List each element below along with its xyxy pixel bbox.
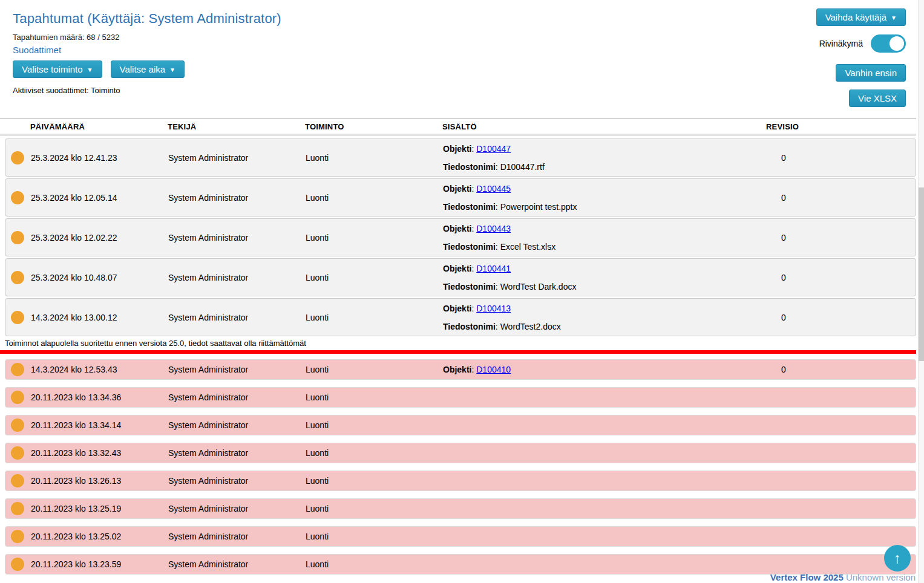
object-line: Objekti: D100447 <box>443 144 767 154</box>
active-filters-label: Aktiiviset suodattimet: Toiminto <box>13 86 924 95</box>
table-row[interactable]: 20.11.2023 klo 13.26.13 System Administr… <box>5 471 916 491</box>
header-action: TOIMINTO <box>305 122 442 131</box>
status-dot-icon <box>11 419 24 432</box>
row-content: Objekti: D100445 Tiedostonimi: Powerpoin… <box>443 184 767 212</box>
row-actor: System Administrator <box>168 365 306 374</box>
change-user-label: Vaihda käyttäjä <box>825 12 886 22</box>
row-revision: 0 <box>767 313 916 322</box>
row-action: Luonti <box>306 313 443 322</box>
row-status-cell <box>5 391 31 404</box>
table-row[interactable]: 20.11.2023 klo 13.25.19 System Administr… <box>5 498 916 519</box>
chevron-down-icon: ▼ <box>87 67 93 73</box>
status-dot-icon <box>11 446 24 460</box>
header-date: PÄIVÄMÄÄRÄ <box>30 122 168 131</box>
table-row[interactable]: 20.11.2023 klo 13.23.59 System Administr… <box>5 554 916 575</box>
object-line: Objekti: D100410 <box>443 365 767 374</box>
header-content: SISÄLTÖ <box>442 122 766 131</box>
table-row[interactable]: 20.11.2023 klo 13.32.43 System Administr… <box>5 443 916 463</box>
row-status-cell <box>5 151 31 164</box>
table-row[interactable]: 20.11.2023 klo 13.25.02 System Administr… <box>5 526 916 547</box>
chevron-down-icon: ▼ <box>891 15 897 21</box>
row-status-cell <box>5 419 31 432</box>
row-revision: 0 <box>767 233 916 243</box>
status-dot-icon <box>11 558 24 571</box>
filters-link[interactable]: Suodattimet <box>13 45 61 55</box>
filename-line: Tiedostonimi: Powerpoint test.pptx <box>443 202 767 212</box>
table-row[interactable]: 25.3.2024 klo 12.02.22 System Administra… <box>5 218 916 256</box>
row-revision: 0 <box>767 193 916 203</box>
row-content: Objekti: D100413 Tiedostonimi: WordTest2… <box>443 304 767 331</box>
select-action-label: Valitse toiminto <box>22 64 83 74</box>
object-link[interactable]: D100410 <box>476 365 511 374</box>
table-row[interactable]: 14.3.2024 klo 13.00.12 System Administra… <box>5 298 916 336</box>
chevron-down-icon: ▼ <box>169 67 175 73</box>
row-status-cell <box>5 231 31 244</box>
row-actor: System Administrator <box>168 392 306 402</box>
row-date: 20.11.2023 klo 13.34.14 <box>31 420 168 430</box>
row-revision: 0 <box>767 365 916 374</box>
page-title: Tapahtumat (Käyttäjä: System Administrat… <box>13 11 924 27</box>
row-status-cell <box>5 446 31 460</box>
filename-label: Tiedostonimi <box>443 162 496 172</box>
row-actor: System Administrator <box>168 420 306 430</box>
row-actor: System Administrator <box>168 476 306 486</box>
table-row[interactable]: 25.3.2024 klo 12.05.14 System Administra… <box>5 178 916 217</box>
select-time-label: Valitse aika <box>120 64 166 74</box>
filename-label: Tiedostonimi <box>443 322 496 331</box>
event-rows-recent: 25.3.2024 klo 12.41.23 System Administra… <box>5 138 916 336</box>
row-actor: System Administrator <box>168 273 306 282</box>
scroll-to-top-button[interactable]: ↑ <box>884 545 911 572</box>
row-view-toggle[interactable] <box>871 34 906 53</box>
scrollbar[interactable] <box>918 0 924 583</box>
row-actor: System Administrator <box>168 153 306 163</box>
row-date: 14.3.2024 klo 13.00.12 <box>31 313 168 322</box>
topbar-right: Vaihda käyttäjä▼ Rivinäkymä Vanhin ensin… <box>816 8 906 107</box>
object-link[interactable]: D100443 <box>476 224 511 233</box>
object-label: Objekti <box>443 184 471 194</box>
status-dot-icon <box>11 530 24 543</box>
row-date: 25.3.2024 klo 10.48.07 <box>31 273 168 282</box>
status-dot-icon <box>11 151 24 164</box>
select-action-button[interactable]: Valitse toiminto▼ <box>13 60 102 78</box>
row-status-cell <box>5 474 31 487</box>
table-row[interactable]: 25.3.2024 klo 10.48.07 System Administra… <box>5 258 916 296</box>
status-dot-icon <box>11 391 24 404</box>
version-warning-divider <box>0 350 916 354</box>
object-link[interactable]: D100441 <box>476 264 511 273</box>
table-row[interactable]: 20.11.2023 klo 13.34.36 System Administr… <box>5 387 916 408</box>
filename-line: Tiedostonimi: WordTest2.docx <box>443 322 767 331</box>
object-line: Objekti: D100413 <box>443 304 767 313</box>
row-action: Luonti <box>306 559 443 569</box>
row-status-cell <box>5 363 31 376</box>
table-row[interactable]: 25.3.2024 klo 12.41.23 System Administra… <box>5 138 916 177</box>
object-line: Objekti: D100445 <box>443 184 767 194</box>
filename-value: WordTest2.docx <box>500 322 561 331</box>
object-link[interactable]: D100413 <box>476 304 511 313</box>
select-time-button[interactable]: Valitse aika▼ <box>111 60 185 78</box>
filename-line: Tiedostonimi: WordTest Dark.docx <box>443 282 767 292</box>
object-link[interactable]: D100447 <box>476 144 511 154</box>
row-action: Luonti <box>306 365 443 374</box>
row-content: Objekti: D100410 <box>443 365 767 374</box>
object-line: Objekti: D100441 <box>443 264 767 273</box>
table-row[interactable]: 20.11.2023 klo 13.34.14 System Administr… <box>5 415 916 435</box>
table-row[interactable]: 14.3.2024 klo 12.53.43 System Administra… <box>5 359 916 380</box>
row-actor: System Administrator <box>168 559 306 569</box>
row-status-cell <box>5 271 31 284</box>
export-xlsx-button[interactable]: Vie XLSX <box>849 90 906 107</box>
filename-value: D100447.rtf <box>500 162 545 172</box>
topbar: Tapahtumat (Käyttäjä: System Administrat… <box>0 0 924 119</box>
row-action: Luonti <box>306 504 443 513</box>
row-date: 25.3.2024 klo 12.02.22 <box>31 233 168 243</box>
filename-label: Tiedostonimi <box>443 202 496 212</box>
row-revision: 0 <box>767 153 916 163</box>
row-date: 25.3.2024 klo 12.41.23 <box>31 153 168 163</box>
toggle-knob-icon <box>890 36 904 51</box>
scrollbar-thumb[interactable] <box>919 187 924 361</box>
object-link[interactable]: D100445 <box>476 184 511 194</box>
oldest-first-button[interactable]: Vanhin ensin <box>836 64 906 82</box>
row-action: Luonti <box>306 476 443 486</box>
filename-value: WordTest Dark.docx <box>500 282 577 292</box>
change-user-button[interactable]: Vaihda käyttäjä▼ <box>816 8 906 26</box>
row-date: 20.11.2023 klo 13.26.13 <box>31 476 168 486</box>
